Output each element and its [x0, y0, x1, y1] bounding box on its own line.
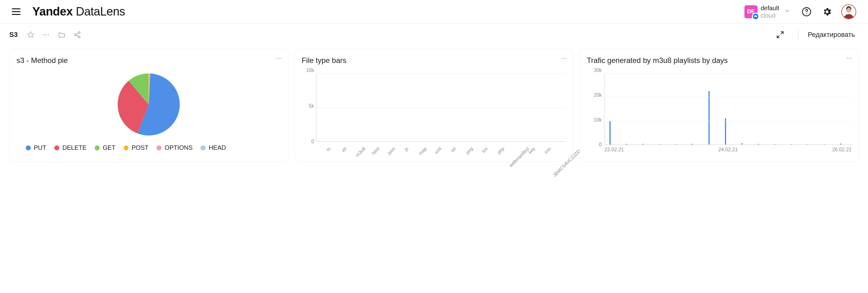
legend-label: GET	[103, 144, 116, 151]
svg-point-9	[74, 34, 76, 36]
x-tick: JBMCSAVCZJZDel	[552, 146, 584, 178]
svg-line-11	[76, 33, 79, 34]
legend-item[interactable]: GET	[95, 144, 116, 151]
y-tick: 0	[599, 142, 602, 148]
legend-dot-icon	[26, 145, 31, 150]
brand-light: DataLens	[73, 5, 125, 18]
cloud-icon	[752, 13, 760, 20]
svg-point-15	[276, 58, 278, 59]
svg-point-19	[564, 58, 565, 59]
y-tick: 0	[311, 139, 314, 145]
legend-item[interactable]: HEAD	[200, 144, 226, 151]
svg-point-7	[48, 34, 49, 35]
edit-button[interactable]: Редактировать	[804, 31, 859, 39]
spike-bar[interactable]	[610, 121, 611, 145]
menu-button[interactable]	[12, 6, 22, 17]
spike-bar[interactable]	[725, 118, 726, 145]
x-tick: vtt	[340, 146, 347, 153]
spike-bar[interactable]	[708, 91, 710, 145]
svg-point-1	[806, 13, 807, 14]
pie-legend: PUTDELETEGETPOSTOPTIONSHEAD	[17, 144, 281, 151]
panel-menu-button[interactable]	[276, 55, 282, 64]
user-avatar[interactable]	[841, 4, 856, 19]
x-tick: png	[465, 146, 474, 155]
x-tick: 22.02.21	[604, 147, 624, 152]
x-tick: key	[527, 146, 536, 155]
x-tick: xml	[434, 146, 443, 155]
svg-point-6	[45, 34, 47, 35]
svg-line-12	[76, 35, 79, 36]
x-tick: ts	[325, 146, 331, 152]
svg-point-18	[562, 58, 563, 59]
legend-label: OPTIONS	[164, 144, 192, 151]
legend-item[interactable]: DELETE	[54, 144, 87, 151]
x-tick: html	[371, 146, 381, 156]
legend-dot-icon	[95, 145, 100, 150]
traffic-chart[interactable]: 30k20k10k0 22.02.2124.02.2126.02.21	[587, 70, 851, 157]
dashboard-title: S3	[9, 31, 18, 39]
top-header: Yandex DataLens DE default cloud	[0, 0, 868, 24]
x-tick: json	[386, 146, 396, 155]
svg-point-5	[43, 34, 45, 35]
more-button[interactable]	[40, 29, 53, 41]
favorite-button[interactable]	[25, 29, 37, 41]
x-tick: php	[496, 146, 505, 155]
svg-point-16	[278, 58, 280, 59]
panel-menu-button[interactable]	[846, 55, 853, 64]
legend-label: PUT	[34, 144, 46, 151]
bar-chart[interactable]: 10k5k0 tsvttm3u8htmljsonjsmapxmltxtpngic…	[302, 70, 566, 154]
legend-item[interactable]: PUT	[26, 144, 46, 151]
dashboard-toolbar: S3 Редактировать	[0, 24, 868, 46]
legend-dot-icon	[54, 145, 59, 150]
svg-line-14	[777, 35, 779, 38]
fullscreen-button[interactable]	[773, 28, 787, 42]
x-tick: js	[403, 146, 409, 152]
svg-point-8	[78, 32, 80, 34]
x-tick: webmanifest	[508, 146, 530, 168]
y-tick: 20k	[594, 93, 602, 98]
x-tick: css	[543, 146, 552, 154]
pie-chart[interactable]	[17, 70, 281, 139]
dashboard-grid: s3 - Method pie PUTDELETEGETPOSTOPTIONSH…	[0, 46, 868, 165]
share-button[interactable]	[71, 29, 84, 41]
svg-point-20	[566, 58, 567, 59]
svg-point-23	[851, 58, 852, 59]
x-tick: 24.02.21	[718, 147, 738, 152]
brand-bold: Yandex	[32, 5, 73, 18]
svg-point-17	[280, 58, 282, 59]
tenant-switcher[interactable]: DE default cloud	[744, 4, 792, 19]
panel-filetype-bars: File type bars 10k5k0 tsvttm3u8htmljsonj…	[294, 49, 574, 162]
panel-method-pie: s3 - Method pie PUTDELETEGETPOSTOPTIONSH…	[9, 49, 288, 162]
legend-label: HEAD	[209, 144, 226, 151]
tenant-sub: cloud	[761, 12, 779, 19]
x-tick: txt	[450, 146, 457, 153]
panel-traffic-days: Trafic generated by m3u8 playlists by da…	[580, 49, 859, 162]
tenant-badge: DE	[744, 5, 757, 18]
y-tick: 10k	[594, 117, 602, 123]
panel-title: File type bars	[302, 56, 566, 65]
legend-item[interactable]: POST	[124, 144, 148, 151]
help-button[interactable]	[800, 6, 813, 18]
settings-button[interactable]	[821, 6, 833, 18]
svg-point-10	[78, 36, 80, 38]
y-tick: 10k	[306, 68, 314, 73]
y-tick: 5k	[309, 103, 314, 109]
brand-logo[interactable]: Yandex DataLens	[32, 5, 125, 18]
y-tick: 30k	[594, 68, 602, 73]
panel-title: Trafic generated by m3u8 playlists by da…	[587, 56, 851, 65]
svg-point-21	[847, 58, 848, 59]
x-tick: map	[417, 146, 428, 156]
x-tick: 26.02.21	[832, 147, 851, 152]
x-tick: m3u8	[354, 146, 367, 158]
legend-dot-icon	[156, 145, 161, 150]
folder-button[interactable]	[56, 29, 68, 41]
panel-title: s3 - Method pie	[17, 56, 281, 65]
legend-label: POST	[132, 144, 148, 151]
legend-label: DELETE	[62, 144, 87, 151]
tenant-name: default	[761, 4, 779, 12]
panel-menu-button[interactable]	[561, 55, 567, 64]
legend-dot-icon	[200, 145, 206, 150]
legend-item[interactable]: OPTIONS	[156, 144, 192, 151]
legend-dot-icon	[124, 145, 128, 150]
chevron-down-icon	[782, 8, 792, 16]
